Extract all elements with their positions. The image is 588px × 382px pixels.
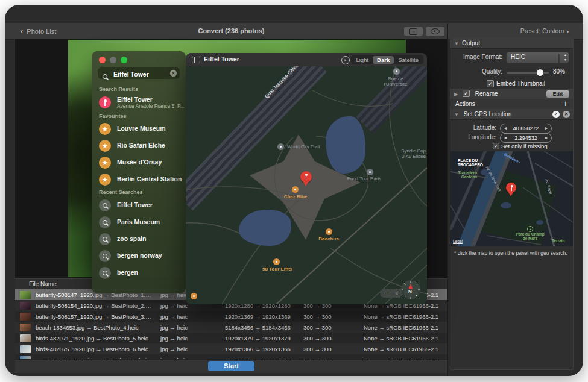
favourite-item[interactable]: ★ Musée d'Orsay — [92, 154, 186, 171]
compare-button[interactable]: → — [404, 27, 423, 36]
search-field[interactable]: ✕ — [98, 67, 180, 79]
only-missing-label: Set only if missing — [501, 143, 548, 149]
map-label-bacchus: Bacchus — [308, 236, 350, 242]
gps-minimap[interactable]: PLACE DUTROCADERO TrocadéroGardens Av. d… — [450, 151, 573, 246]
gps-section-header[interactable]: ▼ Set GPS Location ✓ ✕ — [450, 109, 573, 120]
map-canvas[interactable]: Quai Jacques Chira... Rue del'Université… — [186, 66, 427, 304]
latitude-value: 48.858272 — [513, 125, 539, 131]
map-label-world-city-trail: World City Trail — [287, 144, 320, 149]
traffic-minimize-button[interactable] — [110, 57, 116, 63]
preset-dropdown[interactable]: Preset: Custom ▼ — [520, 27, 570, 34]
table-row[interactable]: butterfly-508157_1920.jpg → BestPhoto_3.… — [15, 311, 447, 322]
poi-chez-ribe-icon[interactable] — [292, 186, 299, 193]
quality-slider[interactable] — [507, 72, 549, 74]
add-action-button[interactable]: + — [563, 99, 568, 109]
stepper-left-icon[interactable]: ◂ — [504, 134, 507, 142]
cell-file-name: birds-482075_1920.jpg → BestPhoto_6.heic — [36, 346, 154, 352]
map-label-food-tour: Food Tour Paris — [334, 176, 394, 181]
preview-button[interactable] — [426, 27, 444, 36]
poi-star-icon[interactable] — [393, 68, 400, 75]
traffic-zoom-button[interactable] — [121, 57, 127, 63]
cell-dpi: 300 → 300 — [303, 346, 342, 352]
minimap-label-trocadero-square: PLACE DUTROCADERO — [458, 158, 483, 167]
file-name-column-header[interactable]: File Name — [29, 281, 57, 287]
mode-light[interactable]: Light — [352, 56, 373, 64]
recent-search-icon — [99, 199, 111, 211]
clear-search-icon[interactable]: ✕ — [170, 70, 177, 77]
gps-apply-icon[interactable]: ✓ — [552, 111, 560, 118]
sidebar-toggle-icon[interactable] — [192, 57, 200, 63]
compass-north-label: N — [408, 289, 412, 294]
result-title: Eiffel Tower — [117, 96, 153, 103]
select-stepper-icon[interactable]: ▲▼ — [564, 52, 567, 62]
settings-panel: ▼Output Image Format: HEIC | ▲▼ Quality:… — [450, 37, 574, 370]
favourite-item[interactable]: ★ Louvre Museum — [92, 121, 186, 137]
recent-search-item[interactable]: bergen norway — [92, 248, 186, 265]
minimap-label-trocadero-gardens: TrocadéroGardens — [455, 171, 477, 179]
minimap-legal-link[interactable]: Legal — [453, 239, 463, 243]
recent-search-item[interactable]: bergen — [92, 265, 186, 281]
zoom-in-button[interactable]: + — [395, 289, 399, 297]
favourite-item[interactable]: ★ Río Safari Elche — [92, 137, 186, 154]
image-format-value: HEIC — [511, 54, 525, 60]
table-row[interactable]: birds-482071_1920.jpg → BestPhoto_5.heic… — [15, 333, 447, 343]
embed-thumbnail-checkbox[interactable]: ✓ — [487, 80, 494, 87]
favourite-item[interactable]: ★ Berlin Central Station — [92, 171, 186, 188]
zoom-controls: − + — [380, 289, 403, 298]
recent-searches-list: Eiffel Tower Paris Museum zoo spain berg… — [92, 197, 186, 281]
longitude-stepper[interactable]: ◂ 2.294532 ▸ — [500, 133, 552, 143]
recent-search-item[interactable]: Paris Museum — [92, 214, 186, 231]
map-window: Eiffel Tower ➢ ☆ Light Dark Satellite — [186, 53, 427, 304]
zoom-out-button[interactable]: − — [384, 289, 387, 297]
latitude-label: Latitude: — [450, 124, 496, 131]
traffic-close-button[interactable] — [99, 57, 106, 63]
quality-slider-knob[interactable] — [537, 69, 543, 76]
only-missing-checkbox[interactable]: ✓ — [493, 143, 499, 149]
gps-remove-icon[interactable]: ✕ — [563, 111, 570, 118]
rename-section-header[interactable]: ▶ ✓ Rename Edit — [450, 89, 573, 99]
favourite-label: Berlin Central Station — [117, 175, 182, 183]
mode-satellite[interactable]: Satellite — [394, 56, 423, 64]
map-pin-icon — [300, 171, 312, 183]
mode-dark[interactable]: Dark — [373, 56, 394, 64]
table-row[interactable]: coast-834953_4000.jpg → BestPhoto_7.heic… — [15, 354, 447, 359]
image-format-select[interactable]: HEIC | ▲▼ — [506, 52, 569, 63]
favourite-star-icon: ★ — [99, 174, 111, 186]
gps-header-label: Set GPS Location — [464, 111, 512, 117]
actions-section-header[interactable]: Actions + — [450, 99, 573, 110]
poi-58-tour-eiffel-icon[interactable] — [273, 258, 280, 265]
search-result-item[interactable]: Eiffel Tower Avenue Anatole France 5, P.… — [92, 95, 186, 111]
table-row[interactable]: birds-482075_1920.jpg → BestPhoto_6.heic… — [15, 343, 447, 354]
stepper-right-icon[interactable]: ▸ — [545, 124, 548, 133]
poi-bacchus-icon[interactable] — [326, 228, 332, 235]
recent-search-item[interactable]: Eiffel Tower — [92, 197, 186, 214]
recent-search-item[interactable]: zoo spain — [92, 231, 186, 248]
stepper-left-icon[interactable]: ◂ — [504, 124, 507, 133]
latitude-stepper[interactable]: ◂ 48.858272 ▸ — [500, 124, 552, 133]
disclosure-down-icon[interactable]: ▼ — [454, 112, 459, 117]
file-thumbnail — [20, 291, 31, 299]
lake-2 — [239, 210, 291, 246]
locate-icon[interactable]: ➢ — [341, 56, 350, 64]
poi-trail-icon[interactable] — [277, 143, 284, 150]
poi-edge-icon[interactable] — [191, 293, 197, 299]
minimap-pin-tail — [508, 192, 513, 196]
rename-checkbox[interactable]: ✓ — [463, 90, 470, 97]
cell-dpi: 300 → 300 — [303, 313, 342, 320]
stepper-right-icon[interactable]: ▸ — [545, 134, 548, 142]
poi-food-tour-icon[interactable] — [367, 169, 373, 175]
cell-dpi: 300 → 300 — [303, 324, 342, 331]
cell-file-name: butterfly-508157_1920.jpg → BestPhoto_3.… — [36, 313, 154, 320]
start-button[interactable]: Start — [208, 361, 254, 371]
recent-search-label: Paris Museum — [117, 218, 160, 225]
output-section-header[interactable]: ▼Output — [450, 38, 573, 49]
disclosure-right-icon[interactable]: ▶ — [454, 92, 458, 97]
compass[interactable]: N — [400, 280, 421, 300]
search-input[interactable] — [112, 67, 169, 80]
park-icon: ● — [527, 226, 533, 232]
favourite-label: Musée d'Orsay — [117, 158, 162, 166]
map-label-syndic: Syndic Cop2 Av Elisee — [388, 148, 426, 159]
cell-file-name: butterfly-508154_1920.jpg → BestPhoto_2.… — [36, 302, 154, 309]
rename-edit-button[interactable]: Edit — [546, 90, 569, 98]
table-row[interactable]: beach-1834653.jpg → BestPhoto_4.heic jpg… — [15, 322, 447, 333]
